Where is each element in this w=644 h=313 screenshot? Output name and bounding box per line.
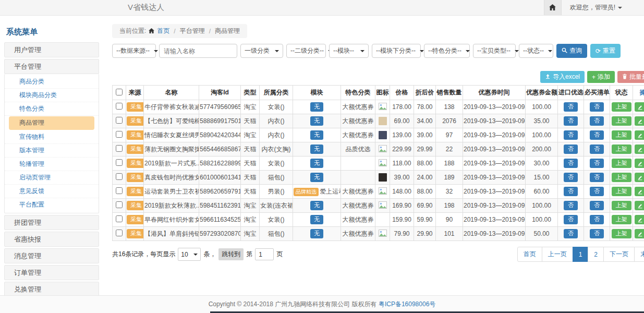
edit-button[interactable] [635,229,644,238]
status-on-shelf-button[interactable]: 上架 [612,145,631,153]
sidebar-item-商品管理[interactable]: 商品管理 [9,116,94,130]
row-checkbox[interactable] [116,230,123,236]
sidebar-item-启动页管理[interactable]: 启动页管理 [5,171,99,185]
filter-select-状态[interactable]: --状态-- [519,44,553,58]
row-checkbox[interactable] [116,131,123,138]
user-menu[interactable]: 欢迎您，管理员! [562,0,644,15]
sidebar-item-商品分类[interactable]: 商品分类 [5,75,99,89]
edit-button[interactable] [635,173,644,182]
breadcrumb-home-link[interactable]: 首页 [157,27,169,35]
must-buy-button[interactable]: 否 [590,201,604,210]
status-on-shelf-button[interactable]: 上架 [612,116,631,125]
sidebar-item-特色分类[interactable]: 特色分类 [5,102,99,116]
sidebar-group-用户管理[interactable]: 用户管理 [4,42,99,57]
home-button[interactable] [544,0,562,15]
status-on-shelf-button[interactable]: 上架 [612,215,631,224]
row-checkbox[interactable] [116,145,123,152]
must-buy-button[interactable]: 否 [590,173,604,182]
sidebar-group-订单管理[interactable]: 订单管理 [4,265,99,280]
status-on-shelf-button[interactable]: 上架 [612,187,631,196]
sidebar-item-意见反馈[interactable]: 意见反馈 [5,185,99,198]
import-pick-button[interactable]: 否 [564,116,578,125]
filter-select-宝贝类型[interactable]: --宝贝类型-- [473,44,516,58]
import-pick-button[interactable]: 否 [564,215,578,224]
batch-delete-button[interactable]: 批量删除 [617,71,644,83]
edit-button[interactable] [635,102,644,112]
per-page-select[interactable]: 10 [178,248,201,261]
page-button-2[interactable]: 2 [588,247,604,262]
import-pick-button[interactable]: 否 [564,201,578,210]
page-button-上一页[interactable]: 上一页 [542,247,573,262]
sidebar-group-拼团管理[interactable]: 拼团管理 [4,215,99,230]
page-button-末页[interactable]: 末页 [634,247,644,262]
filter-select-二级分类[interactable]: --二级分类-- [286,44,326,58]
import-pick-button[interactable]: 否 [564,145,578,153]
sidebar-group-兑换管理[interactable]: 兑换管理 [4,282,99,295]
must-buy-button[interactable]: 否 [590,187,604,196]
cell-coupon-time: 2019-09-13—2019-09-20 [463,128,526,142]
must-buy-button[interactable]: 否 [590,130,604,139]
cell-price: 69.00 [390,114,414,128]
import-pick-button[interactable]: 否 [564,229,578,238]
row-checkbox[interactable] [116,201,123,208]
page-button-下一页[interactable]: 下一页 [603,247,635,262]
filter-select-特色分类[interactable]: --特色分类-- [424,44,470,58]
row-checkbox[interactable] [116,117,123,124]
row-checkbox[interactable] [116,103,123,110]
import-pick-button[interactable]: 否 [564,130,578,139]
status-on-shelf-button[interactable]: 上架 [612,173,631,182]
edit-button[interactable] [635,201,644,210]
must-buy-button[interactable]: 否 [590,229,604,238]
name-search-input[interactable] [159,44,237,58]
sidebar-item-模块商品分类[interactable]: 模块商品分类 [5,89,99,102]
status-on-shelf-button[interactable]: 上架 [612,229,631,238]
sidebar-item-轮播管理[interactable]: 轮播管理 [5,158,99,171]
icp-link[interactable]: 粤ICP备16098006号 [379,300,435,308]
sidebar-group-消息管理[interactable]: 消息管理 [4,248,99,263]
sidebar-group-平台管理[interactable]: 平台管理 [4,59,99,74]
search-button[interactable]: 查询 [556,44,587,58]
must-buy-button[interactable]: 否 [590,116,604,125]
image-icon [379,104,387,112]
source-badge: 采集 [127,229,144,238]
must-buy-button[interactable]: 否 [590,215,604,224]
sidebar-item-宣传物料[interactable]: 宣传物料 [5,130,99,144]
import-pick-button[interactable]: 否 [564,159,578,167]
must-buy-button[interactable]: 否 [590,102,604,111]
row-checkbox[interactable] [116,159,123,166]
jump-page-input[interactable] [255,248,274,260]
filter-select-一级分类[interactable]: 一级分类 [240,44,283,58]
add-button[interactable]: + 添加 [587,71,615,83]
sidebar-item-平台配置[interactable]: 平台配置 [5,198,99,212]
status-on-shelf-button[interactable]: 上架 [612,159,631,167]
page-button-首页[interactable]: 首页 [517,247,542,262]
breadcrumb: 当前位置: 首页 / 平台管理 / 商品管理 [112,24,247,38]
filter-select-数据来源[interactable]: --数据来源-- [112,44,156,58]
edit-button[interactable] [635,130,644,140]
row-checkbox[interactable] [116,187,123,194]
select-all-checkbox[interactable] [116,89,123,95]
filter-select-模块下分类[interactable]: --模块下分类-- [372,44,421,58]
reset-button[interactable]: ⟳ 重置 [590,44,621,58]
status-on-shelf-button[interactable]: 上架 [612,102,631,111]
sidebar-group-省惠快报[interactable]: 省惠快报 [4,232,99,247]
row-checkbox[interactable] [116,215,123,222]
filter-select-模块[interactable]: --模块-- [329,44,369,58]
import-pick-button[interactable]: 否 [564,187,578,196]
import-excel-button[interactable]: 导入excel [540,71,585,83]
import-pick-button[interactable]: 否 [564,102,578,111]
sidebar-item-版本管理[interactable]: 版本管理 [5,144,99,158]
edit-button[interactable] [635,187,644,196]
status-on-shelf-button[interactable]: 上架 [612,201,631,210]
jump-to-button[interactable]: 跳转到 [218,248,244,260]
edit-button[interactable] [635,159,644,168]
must-buy-button[interactable]: 否 [590,145,604,153]
edit-button[interactable] [635,116,644,126]
import-pick-button[interactable]: 否 [564,173,578,182]
page-button-1[interactable]: 1 [573,247,589,262]
row-checkbox[interactable] [116,173,123,180]
status-on-shelf-button[interactable]: 上架 [612,130,631,139]
must-buy-button[interactable]: 否 [590,159,604,167]
edit-button[interactable] [635,145,644,154]
edit-button[interactable] [635,215,644,224]
